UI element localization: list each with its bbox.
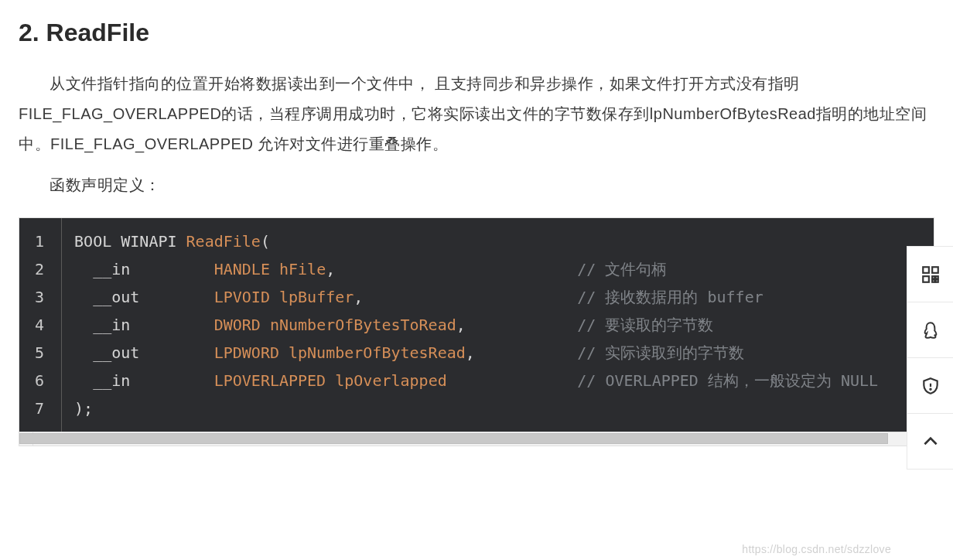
svg-rect-3 — [932, 276, 934, 278]
code-line: __in HANDLE hFile, // 文件句柄 — [74, 255, 878, 283]
code-line: __out LPVOID lpBuffer, // 接收数据用的 buffer — [74, 283, 878, 311]
code-block-container: 1234567 BOOL WINAPI ReadFile( __in HANDL… — [19, 217, 934, 446]
line-number: 3 — [35, 283, 44, 311]
section-heading: 2. ReadFile — [19, 19, 934, 47]
sidebar-report-button[interactable] — [907, 358, 953, 414]
code-scrollbar[interactable]: ◀ ▶ — [19, 432, 934, 446]
line-number: 5 — [35, 339, 44, 367]
line-number: 2 — [35, 255, 44, 283]
code-line: __in LPOVERLAPPED lpOverlapped // OVERLA… — [74, 367, 878, 394]
svg-rect-0 — [923, 267, 929, 273]
svg-rect-1 — [932, 267, 938, 273]
sidebar-top-button[interactable] — [907, 414, 953, 470]
code-line: __out LPDWORD lpNumberOfBytesRead, // 实际… — [74, 339, 878, 367]
line-number: 1 — [35, 227, 44, 255]
svg-rect-4 — [935, 279, 938, 282]
line-number: 4 — [35, 311, 44, 339]
code-line: BOOL WINAPI ReadFile( — [74, 227, 878, 255]
sidebar-qr-button[interactable] — [907, 247, 953, 302]
section-paragraph-2: 函数声明定义： — [19, 170, 934, 200]
code-gutter: 1234567 — [19, 218, 62, 432]
svg-rect-5 — [935, 276, 938, 278]
code-body: BOOL WINAPI ReadFile( __in HANDLE hFile,… — [62, 218, 890, 432]
svg-rect-6 — [932, 279, 934, 282]
penguin-icon — [921, 320, 941, 340]
line-number: 7 — [35, 394, 44, 422]
scroll-thumb[interactable] — [19, 433, 888, 444]
article-section: 2. ReadFile 从文件指针指向的位置开始将数据读出到一个文件中， 且支持… — [0, 0, 953, 446]
code-line: __in DWORD nNumberOfBytesToRead, // 要读取的… — [74, 311, 878, 339]
chevron-up-icon — [921, 432, 941, 452]
qr-code-icon — [921, 265, 941, 285]
code-line: ); — [74, 394, 878, 422]
line-number: 6 — [35, 367, 44, 394]
shield-icon — [921, 376, 941, 396]
watermark-text: https://blog.csdn.net/sdzzlove — [742, 543, 891, 555]
svg-point-8 — [930, 388, 931, 389]
svg-rect-2 — [923, 276, 929, 282]
section-paragraph-1: 从文件指针指向的位置开始将数据读出到一个文件中， 且支持同步和异步操作，如果文件… — [19, 69, 934, 159]
code-block: 1234567 BOOL WINAPI ReadFile( __in HANDL… — [19, 218, 934, 432]
floating-sidebar — [907, 246, 953, 470]
sidebar-qq-button[interactable] — [907, 302, 953, 358]
